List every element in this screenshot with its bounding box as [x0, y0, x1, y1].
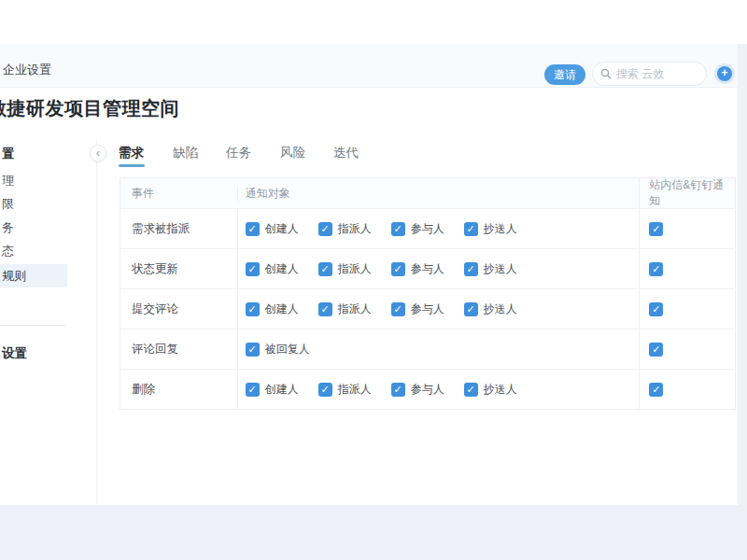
target-checkbox-item[interactable]: ✓ 指派人: [318, 261, 372, 277]
target-label: 参与人: [411, 261, 444, 277]
target-label: 被回复人: [265, 342, 310, 357]
sidebar-item-3[interactable]: 务: [2, 219, 14, 236]
target-checkbox-item[interactable]: ✓ 指派人: [318, 301, 372, 317]
target-label: 创建人: [265, 221, 299, 237]
target-checkbox-item[interactable]: ✓ 创建人: [246, 382, 299, 398]
sidebar-section-header-top: 置: [2, 146, 15, 162]
target-checkbox-item[interactable]: ✓ 抄送人: [464, 301, 517, 317]
target-label: 指派人: [338, 221, 372, 237]
checkbox-checked[interactable]: ✓: [464, 302, 478, 316]
table-row: 删除 ✓ 创建人 ✓ 指派人 ✓ 参与人 ✓ 抄送人 ✓: [120, 369, 735, 409]
target-checkbox-item[interactable]: ✓ 抄送人: [464, 382, 517, 398]
invite-button[interactable]: 邀请: [544, 64, 585, 85]
target-checkbox-item[interactable]: ✓ 创建人: [246, 261, 299, 277]
checkbox-checked[interactable]: ✓: [464, 222, 478, 236]
column-header-event: 事件: [120, 186, 237, 202]
target-label: 指派人: [338, 301, 372, 317]
search-box[interactable]: [592, 62, 707, 86]
checkbox-checked[interactable]: ✓: [391, 262, 405, 276]
event-label: 评论回复: [120, 329, 237, 369]
channel-checkbox-checked[interactable]: ✓: [649, 343, 663, 357]
target-checkbox-item[interactable]: ✓ 参与人: [391, 301, 444, 317]
sidebar-item-1[interactable]: 理: [2, 173, 14, 189]
channel-checkbox-checked[interactable]: ✓: [649, 302, 663, 316]
target-checkbox-item[interactable]: ✓ 抄送人: [464, 261, 517, 277]
target-label: 抄送人: [484, 301, 517, 317]
checkbox-checked[interactable]: ✓: [246, 383, 260, 397]
table-row: 状态更新 ✓ 创建人 ✓ 指派人 ✓ 参与人 ✓ 抄送人 ✓: [120, 248, 735, 288]
event-label: 删除: [120, 370, 237, 409]
sidebar-item-4[interactable]: 态: [2, 243, 14, 259]
checkbox-checked[interactable]: ✓: [391, 383, 405, 397]
sidebar-vertical-divider: [96, 140, 97, 504]
checkbox-checked[interactable]: ✓: [318, 222, 332, 236]
target-label: 参与人: [411, 301, 444, 317]
checkbox-checked[interactable]: ✓: [318, 262, 332, 276]
target-label: 参与人: [411, 382, 444, 398]
tab-requirements[interactable]: 需求: [119, 145, 144, 161]
checkbox-checked[interactable]: ✓: [391, 222, 405, 236]
tab-defects[interactable]: 缺陷: [173, 145, 198, 161]
plus-icon[interactable]: +: [717, 66, 732, 81]
column-header-targets: 通知对象: [237, 186, 640, 202]
checkbox-checked[interactable]: ✓: [318, 383, 332, 397]
target-checkbox-item[interactable]: ✓ 抄送人: [464, 221, 517, 237]
target-label: 抄送人: [484, 382, 517, 398]
checkbox-checked[interactable]: ✓: [246, 302, 260, 316]
column-header-channel: 站内信&钉钉通知: [639, 177, 735, 209]
tab-tasks[interactable]: 任务: [226, 145, 251, 161]
tab-risks[interactable]: 风险: [280, 145, 305, 161]
target-checkbox-item[interactable]: ✓ 创建人: [246, 301, 299, 317]
sidebar-section-header-bottom: 设置: [2, 345, 27, 362]
channel-checkbox-checked[interactable]: ✓: [649, 262, 663, 276]
bottom-background-band: [0, 505, 747, 560]
target-label: 创建人: [265, 382, 299, 398]
sidebar-collapse-button[interactable]: ‹: [90, 145, 106, 161]
checkbox-checked[interactable]: ✓: [318, 302, 332, 316]
table-row: 提交评论 ✓ 创建人 ✓ 指派人 ✓ 参与人 ✓ 抄送人 ✓: [120, 288, 735, 329]
app-frame: 企业设置 邀请 + 敏捷研发项目管理空间 置 理 限 务 态 规则 设置 ‹ 需…: [0, 0, 747, 560]
checkbox-checked[interactable]: ✓: [246, 262, 260, 276]
channel-checkbox-checked[interactable]: ✓: [649, 383, 663, 397]
search-input[interactable]: [616, 67, 697, 80]
table-row: 需求被指派 ✓ 创建人 ✓ 指派人 ✓ 参与人 ✓ 抄送人 ✓: [120, 208, 735, 248]
target-checkbox-item[interactable]: ✓ 参与人: [391, 221, 444, 237]
checkbox-checked[interactable]: ✓: [464, 262, 478, 276]
channel-checkbox-checked[interactable]: ✓: [649, 222, 663, 236]
sidebar-item-rules-selected[interactable]: 规则: [0, 264, 67, 287]
target-label: 参与人: [411, 221, 444, 237]
target-label: 创建人: [265, 301, 299, 317]
checkbox-checked[interactable]: ✓: [246, 343, 260, 357]
tab-iterations[interactable]: 迭代: [333, 145, 359, 161]
target-label: 抄送人: [484, 261, 517, 277]
checkbox-checked[interactable]: ✓: [246, 222, 260, 236]
create-button-halo: +: [714, 63, 735, 84]
notification-rules-table: 事件 通知对象 站内信&钉钉通知 需求被指派 ✓ 创建人 ✓ 指派人 ✓ 参与人…: [120, 177, 736, 410]
active-tab-underline: [119, 164, 145, 167]
target-label: 指派人: [338, 382, 372, 398]
checkbox-checked[interactable]: ✓: [464, 383, 478, 397]
target-checkbox-item[interactable]: ✓ 创建人: [246, 221, 299, 237]
target-label: 指派人: [338, 261, 372, 277]
event-label: 状态更新: [120, 249, 237, 288]
page-title: 敏捷研发项目管理空间: [0, 96, 179, 121]
target-checkbox-item[interactable]: ✓ 参与人: [391, 382, 444, 398]
sidebar-divider: [0, 325, 65, 326]
target-label: 抄送人: [484, 221, 517, 237]
breadcrumb: 企业设置: [3, 62, 51, 78]
table-header-row: 事件 通知对象 站内信&钉钉通知: [120, 178, 735, 208]
target-checkbox-item[interactable]: ✓ 被回复人: [246, 342, 310, 357]
target-label: 创建人: [265, 261, 299, 277]
sidebar-item-2[interactable]: 限: [2, 196, 14, 213]
event-label: 提交评论: [120, 289, 237, 329]
target-checkbox-item[interactable]: ✓ 指派人: [318, 221, 372, 237]
target-checkbox-item[interactable]: ✓ 指派人: [318, 382, 372, 398]
target-checkbox-item[interactable]: ✓ 参与人: [391, 261, 444, 277]
chevron-left-icon: ‹: [96, 147, 100, 160]
sidebar-item-label: 规则: [0, 268, 26, 285]
event-label: 需求被指派: [120, 209, 237, 248]
checkbox-checked[interactable]: ✓: [391, 302, 405, 316]
right-margin: [738, 44, 747, 505]
table-row: 评论回复 ✓ 被回复人 ✓: [120, 329, 735, 369]
search-icon: [600, 68, 612, 79]
